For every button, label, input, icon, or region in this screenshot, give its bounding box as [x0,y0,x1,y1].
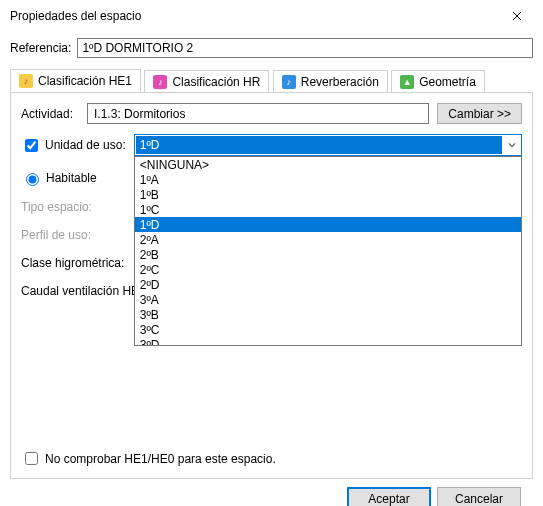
actividad-input[interactable] [87,103,429,124]
dropdown-option[interactable]: 1ºD [135,217,521,232]
chevron-down-icon[interactable] [503,135,521,155]
unidad-uso-check[interactable]: Unidad de uso: [21,136,126,155]
dropdown-option[interactable]: 2ºA [135,232,521,247]
tab-geometria[interactable]: ▲ Geometría [391,70,485,93]
unidad-uso-selected: 1ºD [136,136,502,154]
dropdown-option[interactable]: 1ºA [135,172,521,187]
tab-rev-label: Reverberación [301,75,379,89]
window-title: Propiedades del espacio [10,9,141,23]
habitable-radio[interactable]: Habitable [21,170,97,186]
note-icon: ♪ [153,75,167,89]
triangle-icon: ▲ [400,75,414,89]
tab-reverberacion[interactable]: ♪ Reverberación [273,70,388,93]
habitable-label: Habitable [46,171,97,185]
dropdown-option[interactable]: 3ºC [135,322,521,337]
aceptar-button[interactable]: Aceptar [347,487,431,506]
dropdown-option[interactable]: 3ºD [135,337,521,346]
note-icon: ♪ [282,75,296,89]
habitable-radio-input[interactable] [26,173,39,186]
no-comprobar-label: No comprobar HE1/HE0 para este espacio. [45,452,276,466]
tab-hr[interactable]: ♪ Clasificación HR [144,70,269,93]
unidad-uso-dropdown[interactable]: <NINGUNA>1ºA1ºB1ºC1ºD2ºA2ºB2ºC2ºD3ºA3ºB3… [134,156,522,346]
cancelar-button[interactable]: Cancelar [437,487,521,506]
actividad-label: Actividad: [21,107,73,121]
tab-panel-he1: Actividad: Cambiar >> Unidad de uso: 1ºD… [10,93,533,479]
dropdown-option[interactable]: <NINGUNA> [135,157,521,172]
tab-bar: ♪ Clasificación HE1 ♪ Clasificación HR ♪… [10,68,533,93]
dropdown-option[interactable]: 1ºC [135,202,521,217]
referencia-input[interactable] [77,38,533,58]
unidad-uso-combo[interactable]: 1ºD [134,134,522,156]
dropdown-option[interactable]: 3ºA [135,292,521,307]
dropdown-option[interactable]: 2ºB [135,247,521,262]
dropdown-option[interactable]: 2ºD [135,277,521,292]
dropdown-option[interactable]: 3ºB [135,307,521,322]
cambiar-button[interactable]: Cambiar >> [437,103,522,124]
unidad-uso-checkbox[interactable] [25,139,38,152]
tab-he1[interactable]: ♪ Clasificación HE1 [10,69,141,92]
no-comprobar-checkbox[interactable] [25,452,38,465]
referencia-label: Referencia: [10,41,71,55]
no-comprobar-check[interactable]: No comprobar HE1/HE0 para este espacio. [21,449,276,468]
unidad-uso-label: Unidad de uso: [45,138,126,152]
tab-geo-label: Geometría [419,75,476,89]
close-icon [512,11,522,21]
tab-hr-label: Clasificación HR [172,75,260,89]
dropdown-option[interactable]: 1ºB [135,187,521,202]
note-icon: ♪ [19,74,33,88]
tab-he1-label: Clasificación HE1 [38,74,132,88]
dropdown-option[interactable]: 2ºC [135,262,521,277]
close-button[interactable] [499,6,535,26]
